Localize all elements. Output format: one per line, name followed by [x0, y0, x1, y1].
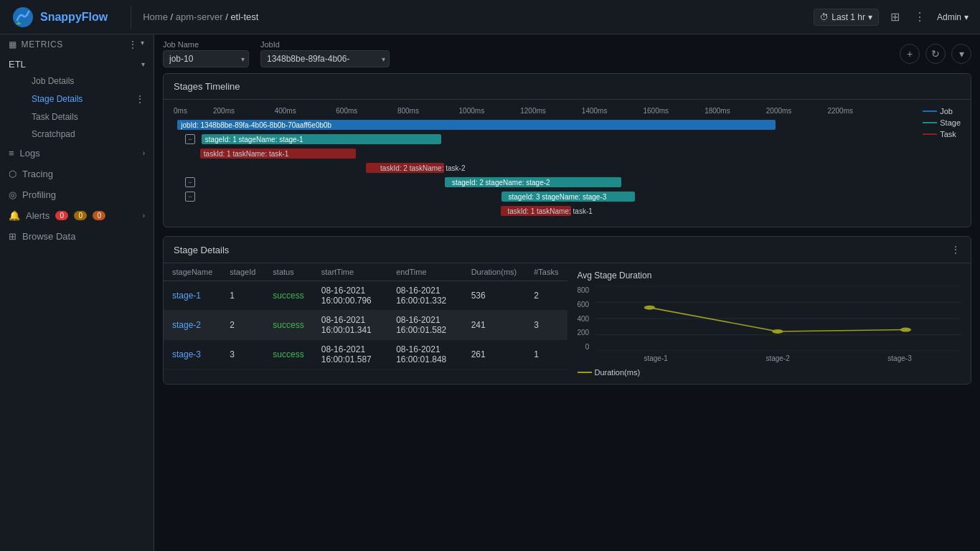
table-row: stage-1 1 success 08-16-2021 16:00:00.79… — [164, 281, 567, 311]
stage2-duration: 241 — [463, 311, 526, 340]
refresh-btn[interactable]: ↻ — [925, 44, 946, 64]
chart-side: Avg Stage Duration 800 600 400 200 0 — [567, 263, 971, 384]
stage2-end: 08-16-2021 16:00:01.582 — [387, 311, 462, 340]
sidebar-item-profiling[interactable]: ◎ Profiling — [0, 184, 154, 205]
stage2-link[interactable]: stage-2 — [172, 320, 201, 330]
table-row: stage-2 2 success 08-16-2021 16:00:01.34… — [164, 311, 567, 340]
timeline-bars: jobId: 1348b8be-89fa-4b06-8b0b-70aaff6e0… — [174, 119, 961, 217]
sidebar-item-tracing[interactable]: ⬡ Tracing — [0, 164, 154, 184]
job-name-select[interactable]: job-10 — [163, 50, 249, 67]
job-bar — [177, 120, 776, 130]
breadcrumb: Home / apm-server / etl-test — [143, 11, 258, 22]
details-grid: stageName stageId status startTime endTi… — [164, 263, 971, 384]
stage3-start: 08-16-2021 16:00:01.587 — [313, 340, 387, 369]
y-label-200: 200 — [578, 329, 590, 336]
alerts-icon: 🔔 — [9, 210, 20, 221]
timeline-container: 0ms 200ms 400ms 600ms 800ms 1000ms 1200m… — [164, 100, 971, 227]
legend-task-line — [923, 133, 937, 135]
y-label-400: 400 — [578, 315, 590, 323]
stage-details-options-btn[interactable]: ⋮ — [951, 244, 961, 255]
sidebar-item-logs[interactable]: ≡ Logs › — [0, 143, 154, 164]
task3-bar — [501, 206, 572, 216]
job-id-select[interactable]: 1348b8be-89fa-4b06- — [260, 50, 390, 67]
stage3-bar — [501, 192, 636, 202]
stage1-collapse-btn[interactable]: − — [185, 134, 195, 144]
stage1-link[interactable]: stage-1 — [172, 291, 201, 301]
table-row: stage-3 3 success 08-16-2021 16:00:01.58… — [164, 340, 567, 369]
sidebar-item-browse-data[interactable]: ⊞ Browse Data — [0, 226, 154, 247]
content-area: Stages Timeline 0ms 200ms 400ms 600ms 80… — [154, 73, 980, 402]
metrics-section: ▦ Metrics ⋮ ▾ — [0, 34, 154, 55]
grid-icon-btn[interactable]: ⊞ — [887, 7, 903, 27]
stage3-duration: 261 — [463, 340, 526, 369]
metrics-label: Metrics — [22, 39, 63, 50]
stage-table-head: stageName stageId status startTime endTi… — [164, 263, 567, 281]
stage2-tasks: 3 — [525, 311, 567, 340]
col-stagename: stageName — [164, 263, 221, 281]
add-panel-btn[interactable]: + — [900, 44, 920, 64]
timeline-title: Stages Timeline — [164, 74, 971, 100]
main-content: Job Name job-10 JobId 1348b8be-89fa-4b06… — [154, 34, 980, 551]
x-label-stage3: stage-3 — [887, 354, 911, 362]
sidebar-item-alerts[interactable]: 🔔 Alerts 0 0 0 › — [0, 205, 154, 226]
tracing-icon: ⬡ — [9, 169, 17, 179]
breadcrumb-apm[interactable]: apm-server — [176, 11, 223, 22]
sidebar-item-task-details[interactable]: Task Details — [23, 108, 154, 126]
time-selector[interactable]: ⏱ Last 1 hr ▾ — [814, 9, 879, 26]
sidebar-item-scratchpad[interactable]: Scratchpad — [23, 126, 154, 143]
legend-task: Task — [923, 130, 961, 138]
point-1 — [644, 306, 655, 310]
header-right: ⏱ Last 1 hr ▾ ⊞ ⋮ Admin ▾ — [814, 7, 969, 27]
stage-details-dots[interactable]: ⋮ — [135, 93, 145, 105]
browse-icon: ⊞ — [9, 231, 17, 242]
kebab-menu-btn[interactable]: ⋮ — [911, 7, 928, 27]
timeline-row-stage1: − stageId: 1 stageName: stage-1 — [174, 133, 903, 145]
timeline-row-task2: taskId: 2 taskName: task-2 — [174, 162, 903, 174]
task2-bar-area: taskId: 2 taskName: task-2 — [197, 162, 903, 174]
stage3-link[interactable]: stage-3 — [172, 349, 201, 359]
sidebar-item-job-details[interactable]: Job Details — [23, 72, 154, 90]
legend-stage: Stage — [923, 118, 961, 127]
logo: SnappyFlow — [11, 6, 108, 29]
y-label-0: 0 — [578, 343, 590, 351]
more-options-btn[interactable]: ▾ — [951, 44, 971, 64]
job-name-wrapper: job-10 — [163, 50, 249, 67]
task1-bar — [200, 149, 356, 159]
col-tasks: #Tasks — [525, 263, 567, 281]
admin-menu[interactable]: Admin ▾ — [937, 12, 969, 22]
alert-badge-3: 0 — [93, 211, 105, 220]
sidebar-item-stage-details[interactable]: Stage Details ⋮ — [23, 90, 154, 108]
stage1-duration: 536 — [463, 281, 526, 311]
stage-table-header-row: stageName stageId status startTime endTi… — [164, 263, 567, 281]
stage-table-side: stageName stageId status startTime endTi… — [164, 263, 567, 384]
stage2-collapse-btn[interactable]: − — [185, 177, 195, 187]
chevron-down-icon: ▾ — [964, 12, 969, 22]
col-duration: Duration(ms) — [463, 263, 526, 281]
y-label-600: 600 — [578, 301, 590, 309]
task2-bar — [366, 163, 443, 173]
stage3-collapse-btn[interactable]: − — [185, 192, 195, 202]
legend-job: Job — [923, 107, 961, 116]
etl-sub-menu: Job Details Stage Details ⋮ Task Details… — [0, 72, 154, 143]
job-id-label: JobId — [260, 40, 390, 49]
timeline-row-job: jobId: 1348b8be-89fa-4b06-8b0b-70aaff6e0… — [174, 119, 903, 131]
etl-section-header: ETL ▾ — [0, 55, 154, 72]
point-2 — [772, 329, 783, 334]
avg-stage-duration-title: Avg Stage Duration — [578, 270, 961, 281]
timeline-scale: 0ms 200ms 400ms 600ms 800ms 1000ms 1200m… — [174, 107, 961, 115]
y-axis: 800 600 400 200 0 — [578, 286, 590, 351]
etl-label: ETL — [9, 59, 26, 70]
job-name-label: Job Name — [163, 40, 249, 49]
metrics-dots-btn[interactable]: ⋮ — [128, 39, 138, 50]
duration-legend-line — [578, 372, 592, 373]
duration-legend-label: Duration(ms) — [595, 368, 641, 377]
col-starttime: startTime — [313, 263, 387, 281]
stage-details-title: Stage Details — [174, 245, 229, 255]
chevron-down-icon: ▾ — [868, 12, 872, 22]
etl-chevron: ▾ — [141, 60, 145, 68]
sidebar: ▦ Metrics ⋮ ▾ ETL ▾ Job Details Stage De… — [0, 34, 154, 551]
breadcrumb-home[interactable]: Home — [143, 11, 168, 22]
legend-job-line — [923, 110, 937, 112]
col-status: status — [264, 263, 312, 281]
stage-table: stageName stageId status startTime endTi… — [164, 263, 567, 369]
